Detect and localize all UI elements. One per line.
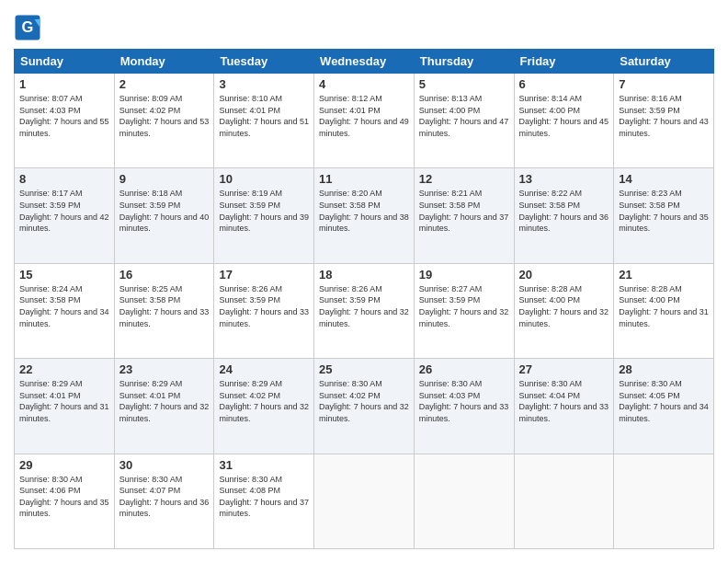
day-number: 16 (119, 268, 210, 282)
day-number: 26 (419, 362, 509, 376)
calendar-cell: 10 Sunrise: 8:19 AMSunset: 3:59 PMDaylig… (214, 168, 314, 263)
calendar-cell: 28 Sunrise: 8:30 AMSunset: 4:05 PMDaylig… (614, 359, 714, 454)
calendar-cell: 6 Sunrise: 8:14 AMSunset: 4:00 PMDayligh… (514, 74, 614, 168)
day-number: 23 (119, 362, 210, 376)
week-row-3: 15 Sunrise: 8:24 AMSunset: 3:58 PMDaylig… (15, 263, 714, 358)
day-number: 31 (219, 458, 309, 472)
week-row-5: 29 Sunrise: 8:30 AMSunset: 4:06 PMDaylig… (15, 454, 714, 548)
calendar-body: 1 Sunrise: 8:07 AMSunset: 4:03 PMDayligh… (15, 74, 714, 549)
day-info: Sunrise: 8:13 AMSunset: 4:00 PMDaylight:… (419, 94, 509, 138)
day-number: 5 (419, 77, 509, 91)
day-number: 28 (619, 362, 709, 376)
day-number: 20 (519, 268, 609, 282)
calendar-cell: 30 Sunrise: 8:30 AMSunset: 4:07 PMDaylig… (114, 454, 214, 548)
day-header-monday: Monday (114, 50, 214, 74)
calendar-cell: 24 Sunrise: 8:29 AMSunset: 4:02 PMDaylig… (214, 359, 314, 454)
calendar-cell (514, 454, 614, 548)
page: G SundayMondayTuesdayWednesdayThursdayFr… (0, 0, 728, 563)
day-info: Sunrise: 8:29 AMSunset: 4:02 PMDaylight:… (219, 379, 309, 423)
day-number: 8 (19, 172, 109, 186)
day-info: Sunrise: 8:23 AMSunset: 3:58 PMDaylight:… (619, 189, 709, 233)
day-header-wednesday: Wednesday (314, 50, 415, 74)
day-info: Sunrise: 8:24 AMSunset: 3:58 PMDaylight:… (19, 284, 109, 328)
calendar-cell: 20 Sunrise: 8:28 AMSunset: 4:00 PMDaylig… (514, 263, 614, 358)
calendar-table: SundayMondayTuesdayWednesdayThursdayFrid… (14, 49, 714, 549)
day-info: Sunrise: 8:07 AMSunset: 4:03 PMDaylight:… (19, 94, 109, 138)
day-info: Sunrise: 8:30 AMSunset: 4:08 PMDaylight:… (219, 475, 309, 519)
calendar-cell: 18 Sunrise: 8:26 AMSunset: 3:59 PMDaylig… (314, 263, 415, 358)
day-number: 22 (19, 362, 109, 376)
day-info: Sunrise: 8:30 AMSunset: 4:02 PMDaylight:… (319, 379, 409, 423)
day-number: 21 (619, 268, 709, 282)
calendar-cell: 12 Sunrise: 8:21 AMSunset: 3:58 PMDaylig… (414, 168, 514, 263)
day-info: Sunrise: 8:26 AMSunset: 3:59 PMDaylight:… (219, 284, 309, 328)
week-row-4: 22 Sunrise: 8:29 AMSunset: 4:01 PMDaylig… (15, 359, 714, 454)
svg-text:G: G (22, 18, 34, 35)
day-number: 12 (419, 172, 509, 186)
calendar-cell: 2 Sunrise: 8:09 AMSunset: 4:02 PMDayligh… (114, 74, 214, 168)
day-number: 1 (19, 77, 109, 91)
day-info: Sunrise: 8:30 AMSunset: 4:05 PMDaylight:… (619, 379, 709, 423)
day-info: Sunrise: 8:10 AMSunset: 4:01 PMDaylight:… (219, 94, 309, 138)
week-row-2: 8 Sunrise: 8:17 AMSunset: 3:59 PMDayligh… (15, 168, 714, 263)
calendar-cell: 7 Sunrise: 8:16 AMSunset: 3:59 PMDayligh… (614, 74, 714, 168)
day-number: 7 (619, 77, 709, 91)
day-info: Sunrise: 8:12 AMSunset: 4:01 PMDaylight:… (319, 94, 409, 138)
logo: G (14, 14, 45, 41)
calendar-cell: 19 Sunrise: 8:27 AMSunset: 3:59 PMDaylig… (414, 263, 514, 358)
day-number: 6 (519, 77, 609, 91)
calendar-cell: 15 Sunrise: 8:24 AMSunset: 3:58 PMDaylig… (15, 263, 115, 358)
day-info: Sunrise: 8:29 AMSunset: 4:01 PMDaylight:… (19, 379, 109, 423)
day-number: 19 (419, 268, 509, 282)
day-info: Sunrise: 8:19 AMSunset: 3:59 PMDaylight:… (219, 189, 309, 233)
calendar-cell: 17 Sunrise: 8:26 AMSunset: 3:59 PMDaylig… (214, 263, 314, 358)
calendar-cell (614, 454, 714, 548)
day-info: Sunrise: 8:16 AMSunset: 3:59 PMDaylight:… (619, 94, 709, 138)
calendar-cell: 27 Sunrise: 8:30 AMSunset: 4:04 PMDaylig… (514, 359, 614, 454)
day-number: 15 (19, 268, 109, 282)
day-number: 29 (19, 458, 109, 472)
calendar-cell: 13 Sunrise: 8:22 AMSunset: 3:58 PMDaylig… (514, 168, 614, 263)
calendar-cell: 16 Sunrise: 8:25 AMSunset: 3:58 PMDaylig… (114, 263, 214, 358)
calendar-cell (314, 454, 415, 548)
week-row-1: 1 Sunrise: 8:07 AMSunset: 4:03 PMDayligh… (15, 74, 714, 168)
day-info: Sunrise: 8:30 AMSunset: 4:04 PMDaylight:… (519, 379, 609, 423)
day-number: 13 (519, 172, 609, 186)
day-number: 10 (219, 172, 309, 186)
day-info: Sunrise: 8:30 AMSunset: 4:03 PMDaylight:… (419, 379, 509, 423)
calendar-cell: 1 Sunrise: 8:07 AMSunset: 4:03 PMDayligh… (15, 74, 115, 168)
day-number: 18 (319, 268, 409, 282)
day-info: Sunrise: 8:18 AMSunset: 3:59 PMDaylight:… (119, 189, 210, 233)
day-header-thursday: Thursday (414, 50, 514, 74)
calendar-cell: 3 Sunrise: 8:10 AMSunset: 4:01 PMDayligh… (214, 74, 314, 168)
day-number: 25 (319, 362, 409, 376)
day-info: Sunrise: 8:21 AMSunset: 3:58 PMDaylight:… (419, 189, 509, 233)
calendar-cell: 14 Sunrise: 8:23 AMSunset: 3:58 PMDaylig… (614, 168, 714, 263)
day-number: 4 (319, 77, 409, 91)
day-number: 27 (519, 362, 609, 376)
day-number: 14 (619, 172, 709, 186)
day-number: 9 (119, 172, 210, 186)
day-number: 17 (219, 268, 309, 282)
day-info: Sunrise: 8:30 AMSunset: 4:06 PMDaylight:… (19, 475, 109, 519)
header: G (14, 14, 714, 41)
day-info: Sunrise: 8:09 AMSunset: 4:02 PMDaylight:… (119, 94, 210, 138)
day-header-sunday: Sunday (15, 50, 115, 74)
calendar-cell: 4 Sunrise: 8:12 AMSunset: 4:01 PMDayligh… (314, 74, 415, 168)
day-header-friday: Friday (514, 50, 614, 74)
calendar-header-row: SundayMondayTuesdayWednesdayThursdayFrid… (15, 50, 714, 74)
day-info: Sunrise: 8:20 AMSunset: 3:58 PMDaylight:… (319, 189, 409, 233)
calendar-cell: 31 Sunrise: 8:30 AMSunset: 4:08 PMDaylig… (214, 454, 314, 548)
day-number: 3 (219, 77, 309, 91)
calendar-cell: 22 Sunrise: 8:29 AMSunset: 4:01 PMDaylig… (15, 359, 115, 454)
day-info: Sunrise: 8:27 AMSunset: 3:59 PMDaylight:… (419, 284, 509, 328)
calendar-cell (414, 454, 514, 548)
day-info: Sunrise: 8:29 AMSunset: 4:01 PMDaylight:… (119, 379, 210, 423)
calendar-cell: 25 Sunrise: 8:30 AMSunset: 4:02 PMDaylig… (314, 359, 415, 454)
calendar-cell: 9 Sunrise: 8:18 AMSunset: 3:59 PMDayligh… (114, 168, 214, 263)
day-info: Sunrise: 8:26 AMSunset: 3:59 PMDaylight:… (319, 284, 409, 328)
day-info: Sunrise: 8:14 AMSunset: 4:00 PMDaylight:… (519, 94, 609, 138)
calendar-cell: 29 Sunrise: 8:30 AMSunset: 4:06 PMDaylig… (15, 454, 115, 548)
day-info: Sunrise: 8:28 AMSunset: 4:00 PMDaylight:… (519, 284, 609, 328)
day-header-saturday: Saturday (614, 50, 714, 74)
